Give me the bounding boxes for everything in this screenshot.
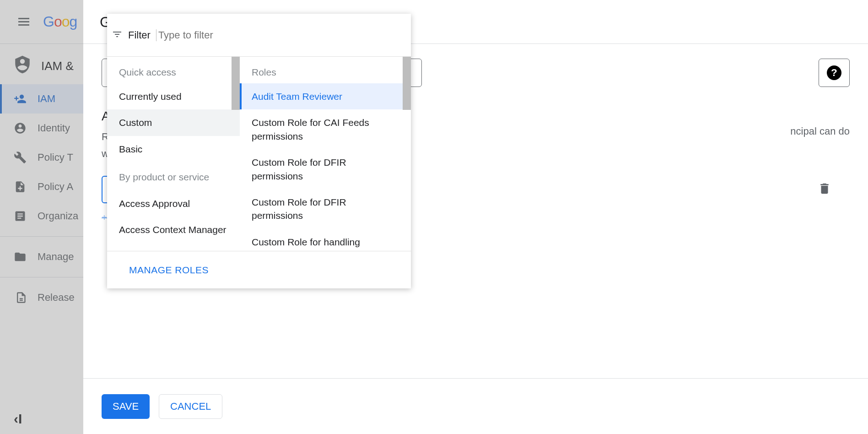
sidebar-item-policy-a[interactable]: Policy A [0,172,83,201]
delete-role-button[interactable] [818,182,831,197]
role-handling[interactable]: Custom Role for handling [240,229,411,251]
notes-icon [14,291,27,304]
sidebar: IAM & IAM Identity Policy T Policy A Org… [0,44,83,434]
shield-icon [13,55,32,77]
hamburger-icon [18,16,29,27]
policy-icon [14,180,27,193]
sidebar-label: IAM [38,93,55,105]
role-dropdown: Filter Quick access Currently used Custo… [107,14,411,288]
person-add-icon [14,92,27,105]
sidebar-label: Identity [38,122,70,134]
sidebar-item-policy-t[interactable]: Policy T [0,143,83,172]
filter-input[interactable] [156,29,406,41]
dropdown-footer: MANAGE ROLES [107,251,411,288]
category-column: Quick access Currently used Custom Basic… [107,57,240,251]
footer: SAVE CANCEL [83,378,868,434]
role-audit-team-reviewer[interactable]: Audit Team Reviewer [240,83,411,109]
settings-folder-icon [14,250,27,263]
article-icon [14,210,27,222]
trash-icon [818,182,831,195]
hamburger-menu-button[interactable] [13,11,35,33]
sidebar-label: Policy A [38,181,73,193]
sidebar-label: Organiza [38,210,78,222]
sidebar-item-identity[interactable]: Identity [0,114,83,143]
section-desc-right: ncipal can do [790,124,850,161]
quick-access-header: Quick access [107,57,240,83]
sidebar-item-manage[interactable]: Manage [0,242,83,271]
roles-column: Roles Audit Team Reviewer Custom Role fo… [240,57,411,251]
category-currently-used[interactable]: Currently used [107,83,240,109]
plus-icon: + [102,212,107,223]
roles-header: Roles [240,57,411,83]
product-label: IAM & [41,59,74,73]
sidebar-divider [0,236,83,237]
sidebar-label: Release [38,292,75,304]
scrollbar[interactable] [403,57,411,110]
filter-label: Filter [128,29,151,41]
sidebar-label: Manage [38,251,74,263]
sidebar-label: Policy T [38,152,73,163]
account-circle-icon [14,122,27,135]
role-dfir-1[interactable]: Custom Role for DFIR permissions [240,149,411,189]
sidebar-item-organization[interactable]: Organiza [0,201,83,231]
help-icon: ? [827,65,841,80]
category-custom[interactable]: Custom [107,109,240,136]
manage-roles-link[interactable]: MANAGE ROLES [129,265,209,276]
sidebar-item-iam[interactable]: IAM [0,84,83,114]
wrench-icon [14,151,27,164]
sidebar-item-release[interactable]: Release [0,283,83,312]
sidebar-divider [0,277,83,277]
product-header[interactable]: IAM & [0,48,83,84]
cancel-button[interactable]: CANCEL [159,394,222,419]
filter-row: Filter [107,14,411,57]
category-access-approval[interactable]: Access Approval [107,190,240,217]
collapse-sidebar-button[interactable]: ‹I [14,411,22,427]
scrollbar[interactable] [232,57,240,110]
save-button[interactable]: SAVE [102,394,150,419]
category-basic[interactable]: Basic [107,136,240,162]
by-product-header: By product or service [107,162,240,190]
role-dfir-2[interactable]: Custom Role for DFIR permissions [240,189,411,229]
help-button[interactable]: ? [819,59,850,87]
google-logo[interactable]: Goog [43,13,77,30]
role-cai-feeds[interactable]: Custom Role for CAI Feeds permissions [240,109,411,149]
category-access-context-manager[interactable]: Access Context Manager [107,217,240,243]
filter-icon [112,29,123,42]
